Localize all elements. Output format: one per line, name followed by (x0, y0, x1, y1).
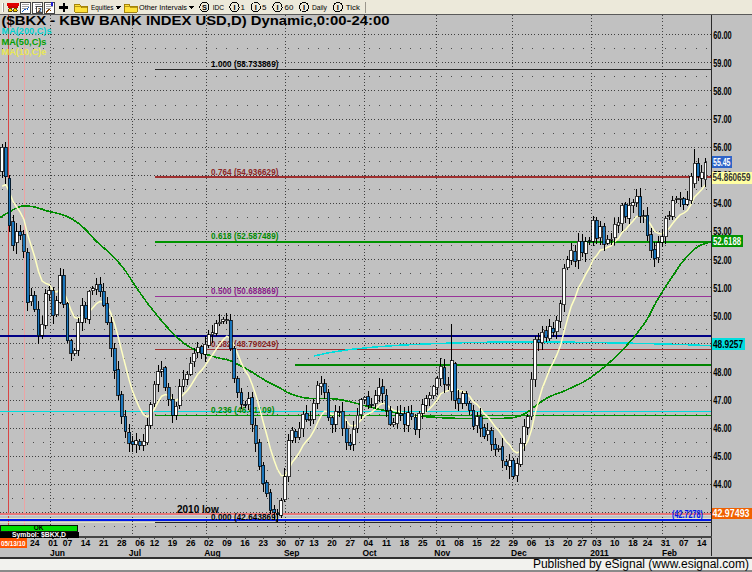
svg-text:2011: 2011 (590, 548, 609, 558)
svg-text:27: 27 (345, 538, 355, 548)
svg-text:IDC: IDC (213, 3, 225, 12)
svg-text:($BKX - KBW BANK INDEX USD,D): ($BKX - KBW BANK INDEX USD,D) Dynamic,0:… (2, 14, 390, 28)
svg-text:28: 28 (117, 538, 127, 548)
svg-text:Sep: Sep (284, 548, 300, 558)
svg-text:13: 13 (545, 538, 555, 548)
svg-text:Tick: Tick (346, 3, 361, 12)
svg-text:22: 22 (490, 538, 500, 548)
svg-text:44.00: 44.00 (713, 478, 732, 490)
svg-text:I: I (303, 3, 305, 12)
svg-text:24: 24 (30, 538, 40, 548)
svg-text:I: I (255, 3, 257, 12)
svg-text:Other Intervals: Other Intervals (139, 3, 187, 12)
svg-text:MA(50,C)s: MA(50,C)s (2, 37, 47, 47)
svg-text:Jul: Jul (129, 548, 141, 558)
svg-text:0.236 (46.41109): 0.236 (46.41109) (211, 405, 275, 415)
svg-text:58.00: 58.00 (713, 85, 732, 97)
svg-text:54.860659: 54.860659 (713, 171, 751, 183)
svg-text:20: 20 (563, 538, 573, 548)
svg-text:Aug: Aug (204, 548, 221, 558)
svg-text:19: 19 (168, 538, 178, 548)
svg-text:12: 12 (150, 538, 160, 548)
svg-text:0.764 (54.936629): 0.764 (54.936629) (211, 167, 279, 177)
svg-text:08: 08 (454, 538, 464, 548)
svg-text:11: 11 (382, 538, 391, 548)
svg-text:26: 26 (186, 538, 196, 548)
svg-text:06: 06 (527, 538, 537, 548)
svg-text:0.000 (42.643869): 0.000 (42.643869) (211, 512, 279, 522)
svg-text:23: 23 (258, 538, 268, 548)
svg-text:S: S (202, 3, 207, 12)
svg-text:Feb: Feb (662, 548, 677, 558)
svg-text:2010 low: 2010 low (177, 504, 219, 515)
svg-text:15: 15 (472, 538, 482, 548)
svg-text:10: 10 (610, 538, 620, 548)
svg-text:0.382 (48.790249): 0.382 (48.790249) (211, 339, 279, 349)
svg-text:09: 09 (222, 538, 232, 548)
svg-text:14: 14 (697, 538, 707, 548)
svg-text:42.97493: 42.97493 (713, 507, 750, 519)
svg-text:60: 60 (285, 3, 294, 12)
svg-text:MA(10,C)e: MA(10,C)e (2, 47, 47, 57)
svg-text:Oct: Oct (362, 548, 376, 558)
svg-text:MA(200,C)s: MA(200,C)s (2, 26, 52, 36)
svg-text:57.00: 57.00 (713, 113, 732, 125)
svg-text:21: 21 (99, 538, 109, 548)
svg-text:18: 18 (400, 538, 410, 548)
svg-text:60.00: 60.00 (713, 29, 732, 41)
svg-text:0.500 (50.688869): 0.500 (50.688869) (211, 286, 279, 296)
svg-text:48.9257: 48.9257 (713, 338, 743, 350)
svg-text:18: 18 (628, 538, 638, 548)
svg-text:59.00: 59.00 (713, 57, 732, 69)
svg-text:Equities: Equities (91, 3, 114, 12)
svg-text:(42.7278): (42.7278) (672, 508, 703, 520)
svg-text:Nov: Nov (434, 548, 450, 558)
svg-text:5: 5 (262, 3, 267, 12)
svg-text:24: 24 (643, 538, 653, 548)
svg-text:I: I (337, 3, 339, 12)
svg-text:16: 16 (240, 538, 250, 548)
svg-text:Jun: Jun (50, 548, 65, 558)
svg-text:46.00: 46.00 (713, 422, 732, 434)
svg-text:14: 14 (81, 538, 91, 548)
svg-text:1: 1 (241, 3, 246, 12)
svg-text:Published by eSignal (www.esig: Published by eSignal (www.esignal.com) (533, 557, 749, 571)
svg-text:52.6188: 52.6188 (713, 235, 741, 247)
svg-text:54.00: 54.00 (713, 197, 732, 209)
svg-text:47.00: 47.00 (713, 394, 732, 406)
svg-text:1.000 (58.733869): 1.000 (58.733869) (211, 59, 279, 69)
svg-text:13: 13 (309, 538, 319, 548)
svg-text:52.00: 52.00 (713, 254, 732, 266)
svg-text:20: 20 (327, 538, 337, 548)
svg-text:55.45: 55.45 (713, 156, 731, 168)
svg-text:0.618 (52.587489): 0.618 (52.587489) (211, 231, 279, 241)
svg-text:25: 25 (418, 538, 428, 548)
svg-text:Daily: Daily (312, 3, 327, 12)
svg-text:I: I (233, 3, 235, 12)
svg-text:45.00: 45.00 (713, 450, 732, 462)
svg-text:56.00: 56.00 (713, 141, 732, 153)
svg-text:50.00: 50.00 (713, 310, 732, 322)
svg-text:Dec: Dec (511, 548, 527, 558)
svg-text:51.00: 51.00 (713, 282, 732, 294)
svg-text:27: 27 (577, 538, 587, 548)
svg-text:05/13/10: 05/13/10 (1, 539, 26, 548)
svg-text:07: 07 (679, 538, 689, 548)
svg-text:I: I (276, 3, 278, 12)
svg-text:48.00: 48.00 (713, 366, 732, 378)
svg-text:Symbol: $BKX,D: Symbol: $BKX,D (12, 531, 66, 539)
